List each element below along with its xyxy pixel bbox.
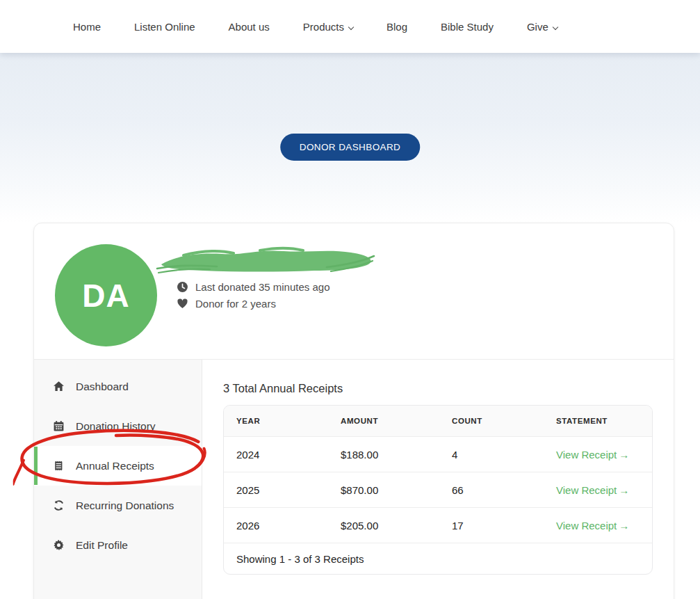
count-cell: 17 (452, 520, 556, 532)
sidebar-item-label: Dashboard (76, 381, 129, 393)
sidebar-item-label: Donation History (76, 420, 156, 433)
nav-item-give[interactable]: Give (527, 21, 557, 33)
nav-item-bible-study[interactable]: Bible Study (441, 21, 494, 33)
nav-item-home[interactable]: Home (73, 21, 101, 33)
year-cell: 2026 (236, 520, 341, 532)
table-row: 2025 $870.00 66 View Receipt→ (224, 472, 652, 508)
year-cell: 2024 (236, 449, 341, 461)
clock-icon (177, 281, 188, 293)
page: Home Listen Online About us Products Blo… (0, 0, 700, 599)
column-header-statement: STATEMENT (556, 417, 640, 425)
sidebar-item-annual-receipts[interactable]: Annual Receipts (34, 446, 202, 486)
view-receipt-label: View Receipt (556, 520, 617, 532)
nav-label: Blog (386, 21, 407, 33)
nav-label: Products (303, 21, 344, 33)
sidebar-item-label: Recurring Donations (76, 500, 174, 512)
sidebar-item-recurring-donations[interactable]: Recurring Donations (34, 486, 202, 525)
active-indicator (34, 447, 38, 485)
avatar-initials: DA (82, 277, 129, 314)
nav-item-listen-online[interactable]: Listen Online (134, 21, 195, 33)
nav-menu: Home Listen Online About us Products Blo… (73, 21, 557, 33)
column-header-year: YEAR (236, 417, 341, 425)
amount-cell: $205.00 (341, 520, 452, 532)
view-receipt-label: View Receipt (556, 484, 617, 496)
avatar: DA (55, 244, 157, 346)
count-cell: 66 (452, 484, 556, 496)
profile-info: Last donated 35 minutes ago Donor for 2 … (157, 244, 375, 359)
sidebar: Dashboard Donation History (34, 360, 202, 599)
nav-item-about-us[interactable]: About us (229, 21, 270, 33)
sidebar-item-dashboard[interactable]: Dashboard (34, 367, 202, 406)
table-row: 2024 $188.00 4 View Receipt→ (224, 437, 652, 472)
view-receipt-link[interactable]: View Receipt→ (556, 520, 640, 532)
nav-label: Give (527, 21, 548, 33)
column-header-amount: AMOUNT (341, 417, 452, 425)
showing-count-text: Showing 1 - 3 of 3 Receipts (236, 553, 364, 565)
chevron-down-icon (348, 24, 354, 29)
sidebar-item-label: Annual Receipts (76, 460, 154, 472)
heart-icon (177, 298, 188, 310)
calendar-icon (53, 420, 65, 432)
column-header-count: COUNT (452, 417, 556, 425)
donor-dashboard-button[interactable]: DONOR DASHBOARD (280, 134, 421, 161)
arrow-right-icon: → (619, 520, 629, 532)
arrow-right-icon: → (619, 484, 629, 496)
card-body: Dashboard Donation History (34, 359, 674, 599)
donor-card: DA Last donated 35 minutes (33, 223, 674, 599)
amount-cell: $188.00 (341, 449, 452, 461)
table-footer: Showing 1 - 3 of 3 Receipts (224, 543, 652, 574)
home-icon (53, 381, 65, 392)
receipt-icon (53, 460, 65, 472)
top-nav: Home Listen Online About us Products Blo… (0, 0, 700, 53)
view-receipt-label: View Receipt (556, 449, 617, 461)
profile-header: DA Last donated 35 minutes (34, 223, 674, 359)
nav-label: Home (73, 21, 101, 33)
nav-label: Bible Study (441, 21, 494, 33)
nav-item-blog[interactable]: Blog (386, 21, 407, 33)
year-cell: 2025 (236, 484, 341, 496)
table-row: 2026 $205.00 17 View Receipt→ (224, 508, 652, 543)
nav-item-products[interactable]: Products (303, 21, 353, 33)
nav-label: About us (229, 21, 270, 33)
donor-for-text: Donor for 2 years (195, 298, 276, 310)
amount-cell: $870.00 (341, 484, 452, 496)
last-donated-text: Last donated 35 minutes ago (195, 281, 329, 293)
sidebar-item-donation-history[interactable]: Donation History (34, 406, 202, 446)
sidebar-item-label: Edit Profile (76, 539, 128, 552)
receipts-title: 3 Total Annual Receipts (223, 382, 653, 395)
count-cell: 4 (452, 449, 556, 461)
redacted-name-scribble (156, 246, 375, 276)
receipts-panel: 3 Total Annual Receipts YEAR AMOUNT COUN… (202, 360, 674, 599)
receipts-table: YEAR AMOUNT COUNT STATEMENT 2024 $188.00… (223, 405, 653, 575)
hero-section: DONOR DASHBOARD (0, 53, 700, 223)
gear-icon (53, 539, 65, 551)
chevron-down-icon (553, 24, 558, 29)
table-header-row: YEAR AMOUNT COUNT STATEMENT (224, 406, 652, 437)
donor-for-stat: Donor for 2 years (177, 298, 375, 310)
view-receipt-link[interactable]: View Receipt→ (556, 484, 640, 496)
nav-label: Listen Online (134, 21, 195, 33)
sidebar-item-edit-profile[interactable]: Edit Profile (34, 525, 202, 565)
view-receipt-link[interactable]: View Receipt→ (556, 449, 640, 461)
last-donated-stat: Last donated 35 minutes ago (177, 281, 375, 293)
arrow-right-icon: → (619, 449, 629, 461)
sync-icon (53, 500, 65, 511)
